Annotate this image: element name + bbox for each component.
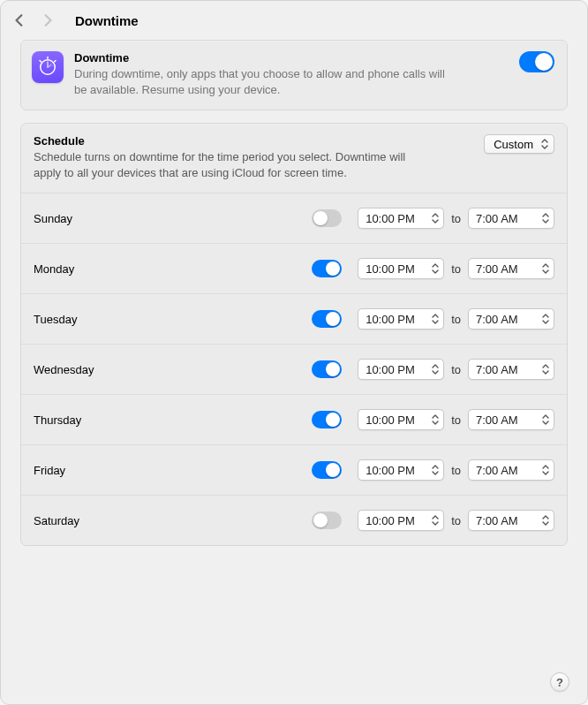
schedule-day-list: Sunday10:00 PMto7:00 AMMonday10:00 PMto7… xyxy=(21,193,567,545)
content-area: Downtime During downtime, only apps that… xyxy=(1,40,587,562)
back-button[interactable] xyxy=(13,14,26,27)
start-time-field[interactable]: 10:00 PM xyxy=(358,208,444,229)
time-range: 10:00 PMto7:00 AM xyxy=(358,308,554,330)
downtime-master-toggle[interactable] xyxy=(519,51,554,72)
intro-text: Downtime During downtime, only apps that… xyxy=(74,51,509,97)
schedule-day-row: Thursday10:00 PMto7:00 AM xyxy=(21,394,567,444)
updown-icon xyxy=(539,413,552,427)
end-time-field[interactable]: 7:00 AM xyxy=(468,308,554,330)
schedule-day-row: Saturday10:00 PMto7:00 AM xyxy=(21,495,567,545)
updown-icon xyxy=(429,211,441,225)
time-range: 10:00 PMto7:00 AM xyxy=(358,459,554,481)
to-label: to xyxy=(451,413,461,427)
to-label: to xyxy=(451,363,461,376)
time-value: 7:00 AM xyxy=(476,212,518,225)
to-label: to xyxy=(451,313,461,326)
end-time-field[interactable]: 7:00 AM xyxy=(468,258,554,279)
titlebar: Downtime xyxy=(1,1,587,40)
time-value: 7:00 AM xyxy=(476,262,518,276)
schedule-day-row: Tuesday10:00 PMto7:00 AM xyxy=(21,293,567,344)
updown-icon xyxy=(539,312,552,326)
time-value: 7:00 AM xyxy=(476,514,518,527)
day-label: Wednesday xyxy=(34,363,303,376)
start-time-field[interactable]: 10:00 PM xyxy=(358,459,444,481)
time-value: 10:00 PM xyxy=(366,262,415,276)
day-label: Sunday xyxy=(34,212,303,225)
day-toggle[interactable] xyxy=(312,411,342,428)
time-range: 10:00 PMto7:00 AM xyxy=(358,409,554,430)
start-time-field[interactable]: 10:00 PM xyxy=(358,409,444,430)
day-label: Tuesday xyxy=(34,313,303,326)
day-toggle[interactable] xyxy=(312,310,342,328)
schedule-day-row: Sunday10:00 PMto7:00 AM xyxy=(21,193,567,243)
updown-icon xyxy=(539,463,552,477)
updown-icon xyxy=(429,413,441,427)
end-time-field[interactable]: 7:00 AM xyxy=(468,359,554,380)
time-range: 10:00 PMto7:00 AM xyxy=(358,359,554,380)
time-range: 10:00 PMto7:00 AM xyxy=(358,510,554,531)
updown-icon xyxy=(429,463,441,477)
schedule-mode-dropdown[interactable]: Custom xyxy=(484,134,554,154)
time-value: 10:00 PM xyxy=(366,212,415,225)
schedule-header: Schedule Schedule turns on downtime for … xyxy=(21,124,567,193)
time-value: 7:00 AM xyxy=(476,413,518,427)
svg-line-3 xyxy=(40,61,41,62)
svg-line-2 xyxy=(55,61,56,62)
schedule-day-row: Monday10:00 PMto7:00 AM xyxy=(21,243,567,293)
to-label: to xyxy=(451,464,461,477)
day-label: Friday xyxy=(34,464,303,477)
updown-icon xyxy=(429,262,441,276)
updown-icon xyxy=(539,211,552,225)
to-label: to xyxy=(451,212,461,225)
time-range: 10:00 PMto7:00 AM xyxy=(358,208,554,229)
help-icon: ? xyxy=(556,676,563,689)
intro-heading: Downtime xyxy=(74,51,509,64)
day-label: Monday xyxy=(34,262,303,276)
end-time-field[interactable]: 7:00 AM xyxy=(468,409,554,430)
end-time-field[interactable]: 7:00 AM xyxy=(468,510,554,531)
day-toggle[interactable] xyxy=(312,512,342,529)
time-value: 10:00 PM xyxy=(366,514,415,527)
updown-icon xyxy=(429,362,441,376)
day-toggle[interactable] xyxy=(312,461,342,479)
time-value: 10:00 PM xyxy=(366,413,415,427)
downtime-intro-panel: Downtime During downtime, only apps that… xyxy=(20,40,568,110)
time-value: 7:00 AM xyxy=(476,464,518,477)
page-title: Downtime xyxy=(75,13,139,28)
time-value: 10:00 PM xyxy=(366,313,415,326)
day-toggle[interactable] xyxy=(312,209,342,227)
nav-arrows xyxy=(13,14,54,27)
time-value: 10:00 PM xyxy=(366,464,415,477)
time-value: 7:00 AM xyxy=(476,313,518,326)
help-button[interactable]: ? xyxy=(550,672,569,692)
updown-icon xyxy=(539,137,551,151)
schedule-day-row: Wednesday10:00 PMto7:00 AM xyxy=(21,344,567,394)
to-label: to xyxy=(451,514,461,527)
schedule-panel: Schedule Schedule turns on downtime for … xyxy=(20,123,568,546)
updown-icon xyxy=(429,513,441,527)
forward-button[interactable] xyxy=(41,14,54,27)
updown-icon xyxy=(539,362,552,376)
start-time-field[interactable]: 10:00 PM xyxy=(358,308,444,330)
schedule-mode-value: Custom xyxy=(494,138,533,151)
day-label: Saturday xyxy=(34,514,303,527)
schedule-description: Schedule turns on downtime for the time … xyxy=(34,149,413,180)
settings-window: Downtime xyxy=(0,0,588,705)
time-value: 10:00 PM xyxy=(366,363,415,376)
end-time-field[interactable]: 7:00 AM xyxy=(468,208,554,229)
to-label: to xyxy=(451,262,461,276)
downtime-icon xyxy=(32,51,64,83)
day-label: Thursday xyxy=(34,413,303,427)
day-toggle[interactable] xyxy=(312,360,342,378)
updown-icon xyxy=(539,513,552,527)
end-time-field[interactable]: 7:00 AM xyxy=(468,459,554,481)
start-time-field[interactable]: 10:00 PM xyxy=(358,510,444,531)
start-time-field[interactable]: 10:00 PM xyxy=(358,359,444,380)
day-toggle[interactable] xyxy=(312,260,342,277)
start-time-field[interactable]: 10:00 PM xyxy=(358,258,444,279)
time-value: 7:00 AM xyxy=(476,363,518,376)
updown-icon xyxy=(539,262,552,276)
updown-icon xyxy=(429,312,441,326)
intro-description: During downtime, only apps that you choo… xyxy=(74,66,445,97)
schedule-heading: Schedule xyxy=(34,134,475,148)
